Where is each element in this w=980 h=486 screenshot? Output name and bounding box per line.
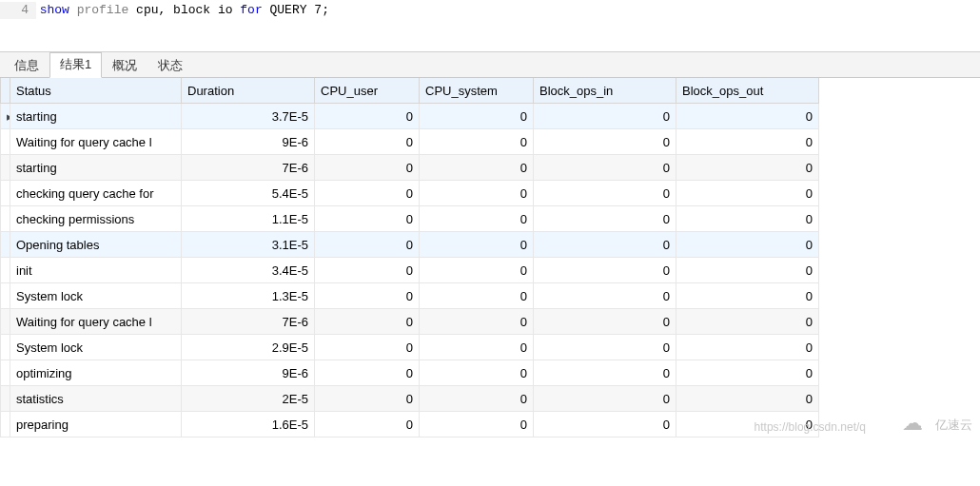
row-marker[interactable] <box>1 283 10 309</box>
col-rowmark[interactable] <box>1 78 10 104</box>
row-marker[interactable] <box>1 360 10 386</box>
cell-cpu-user[interactable]: 0 <box>315 309 420 335</box>
cell-status[interactable]: checking permissions <box>10 206 182 232</box>
cell-cpu-system[interactable]: 0 <box>420 283 534 309</box>
cell-cpu-user[interactable]: 0 <box>315 104 420 129</box>
cell-status[interactable]: Waiting for query cache l <box>10 129 182 155</box>
col-cpu-user[interactable]: CPU_user <box>315 78 420 104</box>
cell-block-ops-out[interactable]: 0 <box>676 104 819 129</box>
row-marker[interactable] <box>1 412 10 437</box>
cell-cpu-system[interactable]: 0 <box>420 412 534 437</box>
tab-status[interactable]: 状态 <box>147 53 193 78</box>
cell-cpu-system[interactable]: 0 <box>420 129 534 155</box>
cell-duration[interactable]: 3.1E-5 <box>182 232 315 258</box>
cell-block-ops-in[interactable]: 0 <box>534 386 676 412</box>
cell-cpu-system[interactable]: 0 <box>420 335 534 360</box>
cell-block-ops-out[interactable]: 0 <box>676 360 819 386</box>
table-row[interactable]: Waiting for query cache l7E-60000 <box>1 309 819 335</box>
table-row[interactable]: System lock2.9E-50000 <box>1 335 819 360</box>
cell-block-ops-in[interactable]: 0 <box>534 206 676 232</box>
cell-cpu-user[interactable]: 0 <box>315 335 420 360</box>
cell-block-ops-out[interactable]: 0 <box>676 206 819 232</box>
cell-block-ops-in[interactable]: 0 <box>534 258 676 283</box>
result-grid[interactable]: Status Duration CPU_user CPU_system Bloc… <box>0 78 819 437</box>
table-row[interactable]: Waiting for query cache l9E-60000 <box>1 129 819 155</box>
cell-block-ops-in[interactable]: 0 <box>534 360 676 386</box>
cell-duration[interactable]: 1.6E-5 <box>182 412 315 437</box>
row-marker[interactable] <box>1 309 10 335</box>
table-row[interactable]: optimizing9E-60000 <box>1 360 819 386</box>
tab-result1[interactable]: 结果1 <box>49 52 102 78</box>
cell-duration[interactable]: 9E-6 <box>182 360 315 386</box>
cell-block-ops-out[interactable]: 0 <box>676 283 819 309</box>
cell-cpu-system[interactable]: 0 <box>420 206 534 232</box>
table-row[interactable]: checking permissions1.1E-50000 <box>1 206 819 232</box>
cell-cpu-system[interactable]: 0 <box>420 104 534 129</box>
cell-cpu-user[interactable]: 0 <box>315 412 420 437</box>
row-marker[interactable] <box>1 232 10 258</box>
cell-cpu-user[interactable]: 0 <box>315 283 420 309</box>
row-marker[interactable] <box>1 181 10 206</box>
cell-status[interactable]: optimizing <box>10 360 182 386</box>
cell-block-ops-out[interactable]: 0 <box>676 309 819 335</box>
cell-block-ops-out[interactable]: 0 <box>676 129 819 155</box>
cell-cpu-user[interactable]: 0 <box>315 181 420 206</box>
cell-block-ops-in[interactable]: 0 <box>534 155 676 181</box>
table-row[interactable]: preparing1.6E-50000 <box>1 412 819 437</box>
cell-cpu-system[interactable]: 0 <box>420 386 534 412</box>
cell-cpu-user[interactable]: 0 <box>315 129 420 155</box>
cell-status[interactable]: System lock <box>10 335 182 360</box>
cell-duration[interactable]: 3.7E-5 <box>182 104 315 129</box>
cell-block-ops-in[interactable]: 0 <box>534 232 676 258</box>
cell-duration[interactable]: 3.4E-5 <box>182 258 315 283</box>
tab-info[interactable]: 信息 <box>4 53 49 78</box>
cell-block-ops-in[interactable]: 0 <box>534 181 676 206</box>
cell-block-ops-out[interactable]: 0 <box>676 232 819 258</box>
cell-status[interactable]: Opening tables <box>10 232 182 258</box>
cell-block-ops-in[interactable]: 0 <box>534 104 676 129</box>
cell-status[interactable]: Waiting for query cache l <box>10 309 182 335</box>
table-row[interactable]: starting7E-60000 <box>1 155 819 181</box>
table-row[interactable]: ▸starting3.7E-50000 <box>1 104 819 129</box>
cell-cpu-system[interactable]: 0 <box>420 258 534 283</box>
cell-block-ops-in[interactable]: 0 <box>534 283 676 309</box>
cell-cpu-system[interactable]: 0 <box>420 155 534 181</box>
cell-cpu-user[interactable]: 0 <box>315 386 420 412</box>
cell-status[interactable]: statistics <box>10 386 182 412</box>
col-block-ops-in[interactable]: Block_ops_in <box>534 78 676 104</box>
cell-duration[interactable]: 1.1E-5 <box>182 206 315 232</box>
cell-block-ops-out[interactable]: 0 <box>676 155 819 181</box>
cell-cpu-system[interactable]: 0 <box>420 360 534 386</box>
sql-text[interactable]: show profile cpu, block io for QUERY 7; <box>40 2 329 19</box>
cell-block-ops-out[interactable]: 0 <box>676 412 819 437</box>
row-marker[interactable] <box>1 129 10 155</box>
cell-block-ops-in[interactable]: 0 <box>534 309 676 335</box>
cell-duration[interactable]: 2.9E-5 <box>182 335 315 360</box>
table-row[interactable]: System lock1.3E-50000 <box>1 283 819 309</box>
cell-status[interactable]: starting <box>10 155 182 181</box>
cell-block-ops-out[interactable]: 0 <box>676 335 819 360</box>
col-duration[interactable]: Duration <box>182 78 315 104</box>
cell-cpu-system[interactable]: 0 <box>420 232 534 258</box>
tab-overview[interactable]: 概况 <box>102 53 147 78</box>
cell-cpu-user[interactable]: 0 <box>315 155 420 181</box>
row-marker[interactable]: ▸ <box>1 104 10 129</box>
cell-duration[interactable]: 7E-6 <box>182 309 315 335</box>
row-marker[interactable] <box>1 258 10 283</box>
cell-status[interactable]: System lock <box>10 283 182 309</box>
table-row[interactable]: checking query cache for5.4E-50000 <box>1 181 819 206</box>
cell-duration[interactable]: 1.3E-5 <box>182 283 315 309</box>
row-marker[interactable] <box>1 386 10 412</box>
cell-duration[interactable]: 9E-6 <box>182 129 315 155</box>
cell-block-ops-in[interactable]: 0 <box>534 412 676 437</box>
cell-status[interactable]: starting <box>10 104 182 129</box>
cell-duration[interactable]: 2E-5 <box>182 386 315 412</box>
cell-cpu-user[interactable]: 0 <box>315 258 420 283</box>
cell-cpu-system[interactable]: 0 <box>420 181 534 206</box>
cell-block-ops-in[interactable]: 0 <box>534 129 676 155</box>
cell-block-ops-in[interactable]: 0 <box>534 335 676 360</box>
cell-duration[interactable]: 7E-6 <box>182 155 315 181</box>
col-block-ops-out[interactable]: Block_ops_out <box>676 78 819 104</box>
row-marker[interactable] <box>1 155 10 181</box>
cell-status[interactable]: checking query cache for <box>10 181 182 206</box>
